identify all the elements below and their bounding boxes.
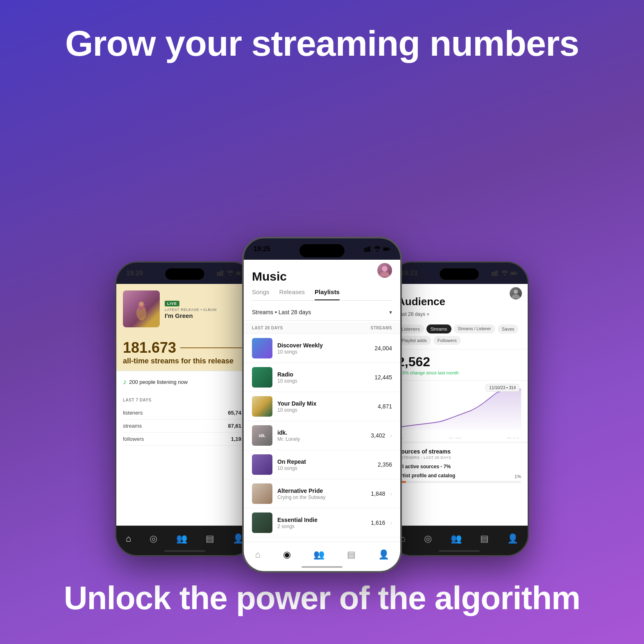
- metric-tab-playlist-adds[interactable]: Playlist adds: [397, 336, 431, 345]
- filter-bar[interactable]: Streams • Last 28 days ▾: [244, 304, 400, 321]
- playlist-songs-3: Mr. Lonely: [277, 436, 366, 442]
- right-dynamic-island: [440, 268, 479, 280]
- streams-number: 181.673: [123, 340, 247, 355]
- svg-point-27: [514, 290, 518, 294]
- metric-tab-followers[interactable]: Followers: [433, 336, 461, 345]
- playlist-songs-5: Crying on the Subway: [277, 494, 366, 500]
- playlist-songs-4: 10 songs: [277, 465, 373, 471]
- artist-profile-text: Artist profile and catalog: [397, 473, 455, 478]
- playlist-info-2: Your Daily Mix 10 songs: [277, 400, 373, 413]
- svg-point-14: [376, 250, 378, 252]
- playlist-thumb-3: idk.: [252, 425, 272, 446]
- album-info: LIVE LATEST RELEASE • ALBUM I'm Green: [165, 299, 247, 319]
- center-status-icons: [364, 246, 390, 252]
- playlist-streams-2: 4,871: [378, 403, 392, 410]
- playlist-info-4: On Repeat 10 songs: [277, 458, 373, 471]
- right-nav-user-icon[interactable]: 👤: [507, 533, 518, 544]
- stat-name-listeners: listeners: [123, 410, 143, 416]
- album-title: I'm Green: [165, 312, 247, 319]
- list-item[interactable]: Alternative Pride Crying on the Subway 1…: [244, 479, 400, 508]
- listening-icon: ♪: [123, 378, 127, 386]
- list-header-right: STREAMS: [371, 326, 392, 330]
- center-nav-play-icon[interactable]: ◉: [283, 549, 291, 560]
- filter-chevron-icon[interactable]: ▾: [389, 309, 392, 315]
- tab-playlists[interactable]: Playlists: [315, 288, 340, 300]
- tab-releases[interactable]: Releases: [279, 288, 305, 300]
- center-nav-list-icon[interactable]: ▤: [347, 549, 356, 560]
- playlist-songs-1: 10 songs: [277, 378, 370, 384]
- sources-title: Sources of streams: [397, 448, 521, 455]
- list-item[interactable]: On Repeat 10 songs 2,356: [244, 450, 400, 479]
- nav-people-icon[interactable]: 👥: [176, 533, 187, 544]
- center-avatar[interactable]: [377, 263, 392, 278]
- source-row-all: All active sources - 7%: [397, 464, 521, 469]
- playlist-streams-0: 24,004: [374, 345, 392, 351]
- metric-tab-streams[interactable]: Streams: [426, 324, 451, 333]
- svg-rect-25: [511, 272, 515, 274]
- nav-list-icon[interactable]: ▤: [206, 533, 214, 544]
- metric-tab-saves[interactable]: Saves: [498, 324, 519, 333]
- streams-desc: all-time streams for this release: [123, 357, 247, 366]
- svg-rect-11: [366, 247, 367, 252]
- playlist-streams-4: 2,356: [378, 461, 392, 468]
- playlist-streams-1: 12,445: [374, 374, 392, 381]
- subline: Unlock the power of the algorithm: [64, 581, 580, 615]
- playlist-name-3: idk.: [277, 429, 366, 436]
- playlist-songs-2: 10 songs: [277, 407, 373, 413]
- playlist-name-1: Radio: [277, 371, 370, 378]
- tabs-row[interactable]: Songs Releases Playlists: [252, 288, 392, 301]
- audience-filter-chevron-icon[interactable]: ▾: [427, 312, 429, 317]
- playlist-info-5: Alternative Pride Crying on the Subway: [277, 488, 366, 500]
- list-item[interactable]: Discover Weekly 10 songs 24,004: [244, 334, 400, 363]
- metric-tab-streams-listener[interactable]: Streams / Listener: [454, 324, 495, 333]
- music-header: Music Songs Releases Playlists: [244, 260, 400, 304]
- right-avatar[interactable]: [510, 287, 522, 299]
- center-nav-people-icon[interactable]: 👥: [313, 549, 324, 560]
- big-number: 2,562: [397, 354, 521, 370]
- stats-section: LAST 7 DAYS listeners 65,74… streams 87,…: [116, 393, 253, 451]
- right-nav-explore-icon[interactable]: ◎: [424, 533, 432, 544]
- center-nav-user-icon[interactable]: 👤: [378, 549, 389, 560]
- playlist-songs-0: 10 songs: [277, 349, 370, 355]
- playlist-streams-5: 1,848: [371, 490, 385, 497]
- svg-rect-20: [493, 272, 494, 276]
- source-row-artist: Artist profile and catalog 1%: [397, 473, 521, 483]
- sources-subtitle: LISTENERS - LAST 28 DAYS: [397, 456, 521, 460]
- center-home-indicator: [302, 566, 342, 568]
- playlist-thumb-2: [252, 396, 272, 417]
- center-nav-home-icon[interactable]: ⌂: [255, 549, 260, 560]
- playlist-name-0: Discover Weekly: [277, 342, 370, 349]
- music-title: Music: [252, 270, 392, 283]
- left-content: LIVE LATEST RELEASE • ALBUM I'm Green 18…: [116, 284, 253, 526]
- right-content: Audience Last 28 days ▾ Listeners Stream…: [391, 284, 528, 526]
- list-item[interactable]: idk. idk. Mr. Lonely 3,402 ›: [244, 421, 400, 450]
- tab-songs[interactable]: Songs: [252, 288, 270, 300]
- list-item[interactable]: Essential Indie 2 songs 1,616 ›: [244, 508, 400, 537]
- list-item[interactable]: Radio 10 songs 12,445: [244, 363, 400, 392]
- playlist-info-3: idk. Mr. Lonely: [277, 429, 366, 442]
- svg-rect-21: [495, 271, 496, 276]
- stat-row-streams: streams 87,61…: [123, 420, 247, 433]
- playlist-songs-6: 2 songs: [277, 524, 366, 529]
- svg-rect-2: [220, 271, 222, 276]
- playlist-thumb-4: [252, 454, 272, 475]
- playlist-name-5: Alternative Pride: [277, 488, 366, 494]
- listening-now: ♪ 200 people listening now: [116, 371, 253, 393]
- svg-point-9: [139, 302, 144, 306]
- playlist-name-6: Essential Indie: [277, 517, 366, 523]
- nav-explore-icon[interactable]: ◎: [150, 533, 157, 544]
- audience-filter[interactable]: Last 28 days ▾: [397, 311, 521, 317]
- left-phone: 19:20 LIVE LATEST RELE: [115, 261, 254, 556]
- right-nav-list-icon[interactable]: ▤: [480, 533, 489, 544]
- stat-name-streams: streams: [123, 423, 142, 429]
- sources-section: Sources of streams LISTENERS - LAST 28 D…: [391, 442, 528, 491]
- left-status-icons: [217, 270, 243, 276]
- all-active-text: All active sources - 7%: [397, 464, 521, 469]
- metrics-tabs[interactable]: Listeners Streams Streams / Listener Sav…: [391, 320, 528, 349]
- right-nav-audience-icon[interactable]: 👥: [451, 533, 462, 544]
- svg-rect-17: [390, 249, 390, 250]
- svg-point-18: [382, 266, 388, 272]
- nav-home-icon[interactable]: ⌂: [126, 533, 131, 544]
- listening-text: 200 people listening now: [129, 379, 188, 385]
- list-item[interactable]: Your Daily Mix 10 songs 4,871: [244, 392, 400, 421]
